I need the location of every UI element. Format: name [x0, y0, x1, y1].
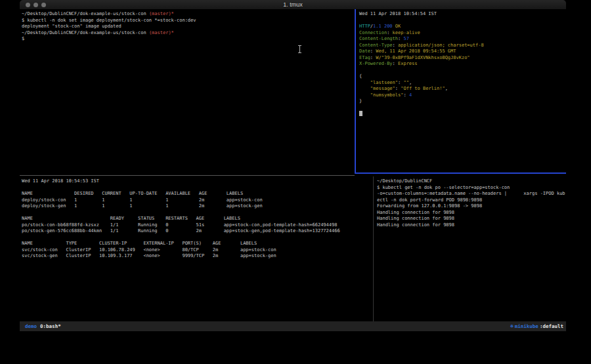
- text-segment: Forwarding from 127.0.0.1:9898 -> 9898: [377, 203, 482, 209]
- terminal-line: deployment "stock-con" image updated: [22, 24, 355, 30]
- terminal-line: {: [359, 73, 568, 80]
- text-segment: Connection: [359, 30, 387, 35]
- terminal-line: ETag: W/"39-0xBPf9aF1dXVNkhsxoBQgJ8vKzo": [359, 55, 568, 62]
- tmux-status-bar: demo 0:bash* ☸ minikube:default: [20, 321, 566, 331]
- terminal-line: Forwarding from 127.0.0.1:9898 -> 9898: [377, 203, 568, 210]
- kube-namespace-label: :default: [540, 323, 563, 329]
- terminal-line: NAME DESIRED CURRENT UP-TO-DATE AVAILABL…: [22, 191, 374, 197]
- terminal-line: [359, 105, 568, 111]
- text-segment: [359, 86, 370, 91]
- terminal-line: svc/stock-con ClusterIP 10.106.78.249 <n…: [22, 247, 374, 254]
- text-segment: Wed 11 Apr 2018 10:54:53 IST: [22, 178, 99, 184]
- text-segment: *: [171, 11, 174, 16]
- text-segment: ,: [445, 86, 448, 91]
- text-segment: X-Powered-By: [359, 61, 393, 66]
- terminal-line: [359, 68, 568, 74]
- text-segment: -o=custom-columns=:metadata.name --no-he…: [377, 191, 565, 196]
- text-segment: Content-Type: [359, 43, 393, 48]
- text-segment: [359, 92, 370, 98]
- terminal-line: X-Powered-By: Express: [359, 61, 568, 68]
- text-segment: $ kubectl -n dok set image deployment/st…: [22, 18, 196, 23]
- text-segment: *: [171, 30, 174, 35]
- text-segment: deployment "stock-con" image updated: [22, 24, 121, 29]
- terminal-line: Handling connection for 9898: [377, 216, 568, 222]
- terminal-line: po/stock-gen-576cc688bb-44kmn 1/1 Runnin…: [22, 228, 374, 235]
- text-segment: 57: [403, 36, 408, 41]
- pane-divider-horizontal-right[interactable]: [355, 172, 566, 174]
- terminal-line: Wed 11 Apr 2018 10:54:53 IST: [22, 178, 374, 185]
- text-segment: HTTP: [359, 24, 370, 29]
- session-name: demo: [25, 323, 37, 329]
- kube-context-label: minikube: [515, 323, 538, 329]
- text-segment: "": [403, 80, 408, 85]
- terminal-line: "numsymbols": 4: [359, 92, 568, 99]
- text-segment: deploy/stock-gen 1 1 1 1 2m app=stock-ge…: [22, 203, 263, 209]
- text-segment: :: [387, 30, 392, 35]
- terminal-line: [22, 210, 374, 216]
- pane-divider-vertical-top[interactable]: [355, 9, 356, 174]
- terminal-line: }: [359, 98, 568, 105]
- text-segment: :: [403, 92, 408, 98]
- text-segment: }: [359, 98, 362, 104]
- text-segment: po/stock-gen-576cc688bb-44kmn 1/1 Runnin…: [22, 228, 340, 233]
- text-segment: OK: [395, 24, 401, 29]
- text-segment: "Off to Berlin!": [401, 86, 445, 91]
- text-segment: $ kubectl get -n dok po --selector=app=s…: [377, 185, 510, 190]
- pane-divider-vertical-bottom[interactable]: [373, 176, 374, 321]
- text-segment: W/"39-0xBPf9aF1dXVNkhsxoBQgJ8vKzo": [376, 55, 470, 60]
- terminal-line: $ kubectl -n dok set image deployment/st…: [22, 18, 355, 24]
- text-segment: (master): [149, 11, 171, 16]
- text-segment: NAME TYPE CLUSTER-IP EXTERNAL-IP PORT(S)…: [22, 241, 257, 246]
- active-window-label[interactable]: 0:bash*: [40, 323, 61, 329]
- pane-kubectl-resources[interactable]: Wed 11 Apr 2018 10:54:53 IST NAME DESIRE…: [20, 176, 374, 323]
- terminal-line: Wed 11 Apr 2018 10:54:54 IST: [359, 11, 568, 18]
- pane-http-response[interactable]: Wed 11 Apr 2018 10:54:54 IST HTTP/1.1 20…: [357, 9, 568, 174]
- desktop-background: 1. tmux ~/Desktop/DublinCNCF/dok-example…: [0, 0, 591, 364]
- terminal-line: HTTP/1.1 200 OK: [359, 24, 568, 30]
- terminal-line: "lastseen": "",: [359, 80, 568, 87]
- pane-shell-kubectl-set-image[interactable]: ~/Desktop/DublinCNCF/dok-example-us/stoc…: [20, 9, 355, 174]
- terminal-line: $ kubectl get -n dok po --selector=app=s…: [377, 185, 568, 192]
- text-segment: :: [393, 61, 398, 66]
- text-segment: ETag: [359, 55, 370, 60]
- text-segment: svc/stock-con ClusterIP 10.106.78.249 <n…: [22, 247, 276, 253]
- text-segment: "lastseen": [370, 80, 398, 85]
- text-segment: Handling connection for 9898: [377, 216, 454, 221]
- text-segment: Wed, 11 Apr 2018 09:54:55 GMT: [376, 49, 456, 54]
- terminal-line: Handling connection for 9898: [377, 222, 568, 229]
- terminal-line: ectl -n dok port-forward POD 9898:9898: [377, 197, 568, 204]
- text-segment: :: [393, 43, 398, 48]
- terminal-line: po/stock-con-bb68f88fd-kzsxz 1/1 Running…: [22, 222, 374, 229]
- terminal-line: [359, 111, 568, 117]
- text-segment: {: [359, 73, 362, 79]
- pane-divider-horizontal-left[interactable]: [20, 175, 355, 176]
- text-segment: 4: [409, 92, 412, 98]
- terminal-window: 1. tmux ~/Desktop/DublinCNCF/dok-example…: [20, 0, 566, 331]
- text-segment: (master): [149, 30, 171, 35]
- terminal-line: [22, 185, 374, 192]
- terminal-line: Handling connection for 9898: [377, 210, 568, 216]
- terminal-line: NAME TYPE CLUSTER-IP EXTERNAL-IP PORT(S)…: [22, 241, 374, 247]
- text-segment: svc/stock-gen ClusterIP 10.109.3.177 <no…: [22, 253, 276, 258]
- text-segment: application/json; charset=utf-8: [398, 43, 484, 48]
- text-segment: ~/Desktop/DublinCNCF/dok-example-us/stoc…: [22, 11, 149, 16]
- tmux-session: ~/Desktop/DublinCNCF/dok-example-us/stoc…: [20, 9, 566, 321]
- terminal-line: Connection: keep-alive: [359, 30, 568, 37]
- terminal-line: svc/stock-gen ClusterIP 10.109.3.177 <no…: [22, 253, 374, 260]
- text-segment: 1.1 200: [373, 24, 393, 29]
- text-segment: Handling connection for 9898: [377, 222, 454, 228]
- terminal-line: NAME READY STATUS RESTARTS AGE LABELS: [22, 216, 374, 222]
- terminal-line: [22, 235, 374, 241]
- text-segment: Wed 11 Apr 2018 10:54:54 IST: [359, 11, 437, 16]
- terminal-line: -o=custom-columns=:metadata.name --no-he…: [377, 191, 568, 197]
- terminal-line: $: [22, 36, 355, 43]
- terminal-line: "message": "Off to Berlin!",: [359, 86, 568, 92]
- text-segment: Express: [398, 61, 418, 66]
- text-segment: deploy/stock-con 1 1 1 1 2m app=stock-co…: [22, 197, 263, 203]
- text-segment: keep-alive: [393, 30, 420, 35]
- pane-port-forward[interactable]: ~/Desktop/DublinCNCF$ kubectl get -n dok…: [375, 176, 568, 323]
- status-left: demo 0:bash*: [25, 323, 61, 329]
- text-segment: NAME READY STATUS RESTARTS AGE LABELS: [22, 216, 240, 221]
- terminal-line: ~/Desktop/DublinCNCF: [377, 178, 568, 185]
- window-titlebar[interactable]: 1. tmux: [20, 0, 566, 10]
